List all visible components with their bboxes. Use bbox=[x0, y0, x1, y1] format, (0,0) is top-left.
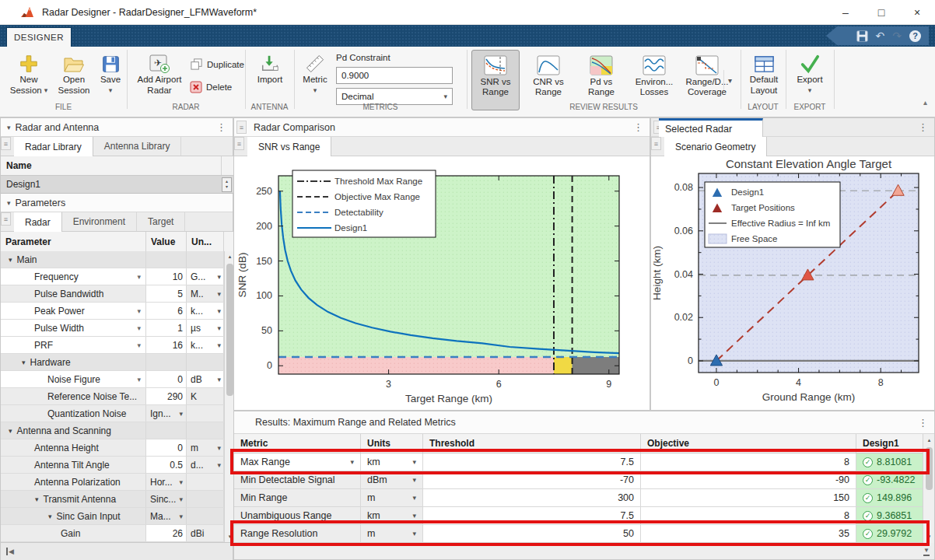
collapse-arrow-icon[interactable]: ▾ bbox=[7, 124, 11, 131]
panel-menu-icon[interactable]: ⋮ bbox=[918, 417, 928, 429]
tab-antenna-library[interactable]: Antenna Library bbox=[93, 137, 182, 156]
column-header-units[interactable]: Units bbox=[361, 434, 423, 453]
results-row[interactable]: Min Detectable SignaldBm▾-70-90✓-93.4822 bbox=[234, 471, 923, 489]
param-row[interactable]: Noise Figure▾0dB▾ bbox=[1, 371, 224, 388]
param-row[interactable]: Antenna Height0m▾ bbox=[1, 439, 224, 457]
param-value[interactable]: 0 bbox=[146, 439, 187, 456]
dropdown-arrow-icon[interactable]: ▾ bbox=[412, 458, 416, 466]
result-units-cell[interactable]: dBm▾ bbox=[361, 471, 423, 488]
dropdown-arrow-icon[interactable]: ▾ bbox=[179, 513, 183, 520]
param-value[interactable]: 1 bbox=[146, 320, 187, 336]
result-threshold-cell[interactable]: 7.5 bbox=[423, 453, 641, 471]
param-group-row[interactable]: ▾Sinc Gain InputMa...▾ bbox=[1, 508, 224, 525]
dropdown-arrow-icon[interactable]: ▾ bbox=[179, 410, 183, 418]
new-session-button[interactable]: New Session▾ bbox=[6, 51, 51, 96]
param-value[interactable] bbox=[146, 251, 187, 268]
param-unit[interactable]: dB▾ bbox=[187, 371, 224, 387]
param-value[interactable]: 16 bbox=[146, 337, 187, 353]
param-unit[interactable] bbox=[187, 508, 224, 524]
param-group-row[interactable]: ▾Hardware bbox=[1, 354, 224, 371]
close-icon[interactable]: × bbox=[899, 0, 935, 25]
param-unit[interactable] bbox=[187, 405, 224, 422]
dropdown-arrow-icon[interactable]: ▾ bbox=[217, 341, 221, 349]
redo-icon[interactable]: ↷ bbox=[892, 30, 902, 41]
param-unit[interactable]: µs▾ bbox=[187, 320, 224, 336]
dropdown-arrow-icon[interactable]: ▾ bbox=[412, 476, 416, 484]
pd-vs-range-button[interactable]: Pd vs Range bbox=[577, 50, 625, 110]
group-collapse-icon[interactable]: ▾ bbox=[22, 359, 26, 366]
result-threshold-cell[interactable]: 50 bbox=[423, 525, 641, 542]
pd-constraint-input[interactable] bbox=[336, 67, 453, 84]
group-collapse-icon[interactable]: ▾ bbox=[35, 495, 39, 503]
dropdown-arrow-icon[interactable]: ▾ bbox=[137, 376, 141, 383]
result-metric-cell[interactable]: Min Detectable Signal bbox=[234, 471, 361, 488]
param-value[interactable]: Hor...▾ bbox=[146, 474, 187, 490]
scrollbar-thumb[interactable] bbox=[226, 264, 233, 396]
param-unit[interactable] bbox=[187, 422, 224, 439]
cnr-vs-range-button[interactable]: CNR vs Range bbox=[524, 50, 573, 110]
param-value[interactable]: 290 bbox=[146, 388, 187, 404]
tab-radar-library[interactable]: Radar Library bbox=[14, 137, 93, 156]
undo-icon[interactable]: ↶ bbox=[876, 30, 885, 41]
dropdown-arrow-icon[interactable]: ▾ bbox=[217, 290, 221, 298]
result-units-cell[interactable]: m▾ bbox=[361, 525, 423, 542]
dropdown-arrow-icon[interactable]: ▾ bbox=[217, 444, 221, 452]
ribbon-collapse-icon[interactable]: ▴ bbox=[923, 98, 927, 107]
param-value[interactable] bbox=[146, 354, 187, 370]
result-threshold-cell[interactable]: 7.5 bbox=[423, 507, 641, 524]
results-row[interactable]: Max Range▾km▾7.58✓8.81081 bbox=[234, 453, 923, 471]
param-value[interactable]: 10 bbox=[146, 268, 187, 285]
param-unit[interactable]: m▾ bbox=[187, 439, 224, 456]
metric-button[interactable]: Metric ▾ bbox=[297, 51, 333, 96]
maximize-icon[interactable]: □ bbox=[863, 0, 899, 25]
results-row[interactable]: Min Rangem▾300150✓149.896 bbox=[234, 489, 923, 507]
dropdown-arrow-icon[interactable]: ▾ bbox=[217, 307, 221, 315]
param-value[interactable]: 5 bbox=[146, 285, 187, 302]
drag-handle-icon[interactable]: ≡ bbox=[651, 137, 661, 150]
param-row[interactable]: Antenna PolarizationHor...▾ bbox=[1, 474, 224, 491]
dropdown-arrow-icon[interactable]: ▾ bbox=[412, 494, 416, 502]
param-unit[interactable] bbox=[187, 354, 224, 370]
param-unit[interactable]: d...▾ bbox=[187, 457, 224, 473]
drag-handle-icon[interactable]: ≡ bbox=[1, 137, 11, 150]
gallery-dropdown-icon[interactable]: ▾ bbox=[723, 70, 736, 90]
row-spinner[interactable]: ▴▾ bbox=[222, 177, 232, 192]
dropdown-arrow-icon[interactable]: ▾ bbox=[412, 512, 416, 520]
scroll-up-icon[interactable]: ▴ bbox=[924, 435, 934, 446]
param-row[interactable]: Frequency▾10G...▾ bbox=[1, 268, 224, 285]
param-value[interactable]: Sinc...▾ bbox=[146, 491, 187, 507]
column-header-objective[interactable]: Objective bbox=[641, 434, 856, 453]
spinner-down-icon[interactable]: ▾ bbox=[226, 184, 228, 190]
tab-designer[interactable]: DESIGNER bbox=[6, 27, 72, 47]
panel-menu-icon[interactable]: ⋮ bbox=[918, 121, 928, 133]
dropdown-arrow-icon[interactable]: ▾ bbox=[412, 530, 416, 537]
dropdown-arrow-icon[interactable]: ▾ bbox=[137, 307, 141, 315]
dropdown-arrow-icon[interactable]: ▾ bbox=[217, 273, 221, 281]
result-objective-cell[interactable]: 8 bbox=[641, 507, 856, 524]
delete-button[interactable]: Delete bbox=[190, 81, 232, 93]
column-header-value[interactable]: Value bbox=[146, 232, 187, 251]
add-airport-radar-button[interactable]: ✈ Add Airport Radar bbox=[132, 51, 187, 96]
tab-param-environment[interactable]: Environment bbox=[62, 212, 137, 231]
param-value[interactable]: Ma...▾ bbox=[146, 508, 187, 524]
results-row[interactable]: Unambiguous Rangekm▾7.58✓9.36851 bbox=[234, 507, 923, 525]
param-unit[interactable]: k...▾ bbox=[187, 337, 224, 353]
skip-to-start-icon[interactable]: ◀ bbox=[6, 548, 14, 555]
panel-menu-icon[interactable]: ⋮ bbox=[633, 121, 643, 133]
design-row[interactable]: Design1 ▴▾ bbox=[1, 176, 233, 194]
result-objective-cell[interactable]: 8 bbox=[641, 453, 856, 471]
tab-selected-radar[interactable]: Selected Radar bbox=[659, 118, 763, 137]
param-value[interactable]: 6 bbox=[146, 303, 187, 319]
param-value[interactable]: 26 bbox=[146, 525, 187, 541]
result-metric-cell[interactable]: Unambiguous Range bbox=[234, 507, 361, 524]
snr-vs-range-button[interactable]: SNR vs Range bbox=[471, 50, 520, 110]
param-row[interactable]: Pulse Width▾1µs▾ bbox=[1, 320, 224, 337]
skip-to-bottom-icon[interactable]: ▼ bbox=[923, 547, 930, 556]
param-value[interactable] bbox=[146, 422, 187, 439]
dropdown-arrow-icon[interactable]: ▾ bbox=[217, 461, 221, 469]
dropdown-arrow-icon[interactable]: ▾ bbox=[179, 478, 183, 486]
result-units-cell[interactable]: km▾ bbox=[361, 453, 423, 471]
drag-handle-icon[interactable]: ≡ bbox=[234, 137, 244, 150]
param-unit[interactable]: K bbox=[187, 388, 224, 404]
param-row[interactable]: Gain26dBi bbox=[1, 525, 224, 542]
